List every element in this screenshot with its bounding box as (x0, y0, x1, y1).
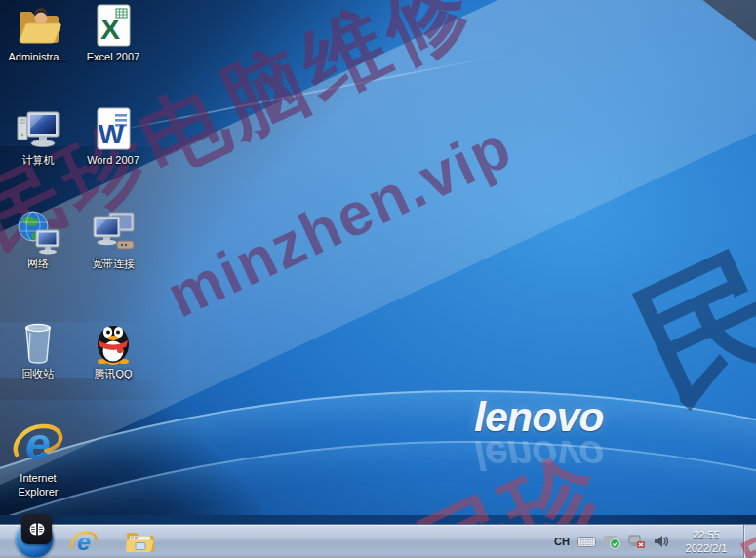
word-icon: W (90, 105, 137, 152)
folder-icon (126, 531, 155, 554)
taskbar: e CH (0, 524, 756, 558)
taskbar-button-internet-explorer[interactable]: e (66, 527, 101, 557)
network-globe-icon (15, 209, 61, 256)
desktop-icon-internet-explorer[interactable]: e Internet Explorer (3, 419, 73, 499)
taskbar-clock[interactable]: 22:55 2022/2/1 (677, 528, 736, 556)
desktop-icon-label: Excel 2007 (78, 51, 148, 64)
clock-time: 22:55 (677, 528, 736, 541)
excel-icon: X (90, 2, 137, 49)
lenovo-logo-reflection: lenovo (474, 431, 604, 479)
user-folder-icon (15, 2, 61, 49)
clock-date: 2022/2/1 (677, 541, 736, 555)
watermark-edge-text: 民珍 (610, 140, 756, 450)
computer-icon (15, 105, 61, 152)
wallpaper-dark-corner-topright (696, 0, 756, 41)
system-tray: CH (554, 525, 756, 558)
svg-text:W: W (99, 119, 125, 149)
desktop-icon-label: 计算机 (3, 154, 73, 168)
taskbar-button-windows-explorer[interactable] (123, 527, 158, 557)
desktop-icon-computer[interactable]: 计算机 (3, 105, 73, 168)
svg-text:X: X (100, 13, 120, 45)
language-indicator[interactable]: CH (554, 536, 570, 547)
watermark-line2: minzhen.vip (159, 58, 644, 327)
brain-icon (28, 522, 46, 537)
recycle-bin-icon (15, 319, 61, 366)
desktop-icon-label: 宽带连接 (78, 258, 148, 271)
desktop-icon-label: Word 2007 (78, 154, 148, 168)
qq-penguin-icon (90, 319, 137, 366)
desktop-icon-label: 回收站 (3, 368, 73, 381)
desktop-icon-label: Administra... (3, 51, 73, 64)
desktop-icon-word[interactable]: W Word 2007 (78, 105, 148, 168)
internet-explorer-icon: e (70, 529, 98, 556)
desktop-icon-broadband[interactable]: 宽带连接 (78, 209, 148, 271)
wallpaper-bottom-strip (0, 515, 756, 524)
desktop-icon-excel[interactable]: X Excel 2007 (78, 2, 148, 64)
keyboard-icon[interactable] (577, 536, 596, 548)
cursor-overlay-badge (21, 514, 52, 544)
security-check-icon[interactable] (604, 535, 620, 549)
internet-explorer-icon: e (13, 419, 63, 470)
desktop-icon-recycle-bin[interactable]: 回收站 (3, 319, 73, 381)
desktop-icon-qq[interactable]: 腾讯QQ (78, 319, 148, 381)
desktop: 民珍电脑维修 minzhen.vip 民珍 lenovo lenovo Admi… (0, 0, 756, 524)
desktop-icon-network[interactable]: 网络 (3, 209, 73, 271)
volume-icon[interactable] (654, 535, 669, 548)
desktop-icon-label: 腾讯QQ (78, 368, 148, 381)
broadband-icon (90, 209, 137, 256)
show-desktop-button[interactable] (743, 525, 756, 558)
desktop-icon-administrator[interactable]: Administra... (3, 2, 73, 64)
desktop-icon-label: 网络 (3, 258, 73, 271)
network-error-icon[interactable] (628, 535, 646, 549)
wallpaper-light-line (90, 53, 511, 137)
desktop-icon-label: Internet Explorer (3, 472, 73, 499)
